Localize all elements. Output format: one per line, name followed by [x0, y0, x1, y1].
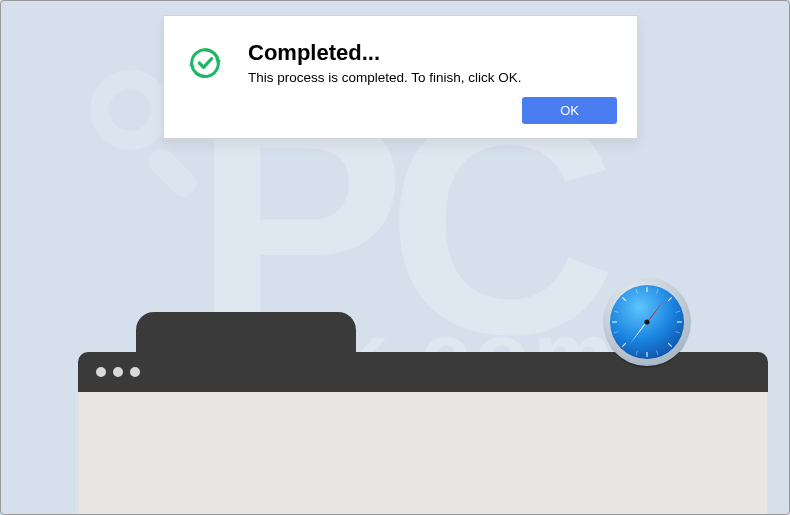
- svg-point-24: [644, 319, 649, 324]
- completed-dialog: Completed... This process is completed. …: [163, 15, 638, 139]
- dialog-message: This process is completed. To finish, cl…: [248, 70, 617, 85]
- window-close-button[interactable]: [96, 367, 106, 377]
- browser-viewport: [78, 392, 768, 515]
- browser-tab[interactable]: [136, 312, 356, 352]
- ok-button[interactable]: OK: [522, 97, 617, 124]
- dialog-title: Completed...: [248, 40, 617, 66]
- window-maximize-button[interactable]: [130, 367, 140, 377]
- watermark-text-big: PC: [193, 109, 598, 333]
- checkmark-refresh-icon: [186, 44, 224, 82]
- safari-icon: [597, 272, 697, 372]
- window-minimize-button[interactable]: [113, 367, 123, 377]
